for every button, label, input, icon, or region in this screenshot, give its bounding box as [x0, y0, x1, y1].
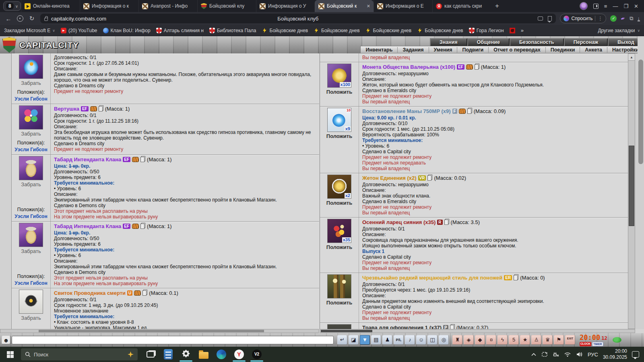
back-button[interactable]: ← [4, 15, 13, 22]
other-bookmarks-button[interactable]: Другие закладки ∨ [598, 28, 640, 33]
smiles-button[interactable]: ☺ [416, 335, 426, 345]
clan-button[interactable]: ♛ [543, 335, 553, 345]
kebab-menu-icon[interactable]: ⋮ [595, 16, 603, 21]
character-button[interactable]: ♙ [531, 335, 541, 345]
item-title[interactable]: Табард Интенданта Клана [54, 223, 121, 229]
scrollbar-thumb[interactable] [39, 330, 264, 332]
take-button[interactable]: Забрать [21, 80, 41, 86]
lock-icon[interactable] [44, 18, 48, 21]
copy-info-icon[interactable] [140, 157, 144, 162]
taskbar-search[interactable]: Поиск [21, 348, 138, 360]
tab-close-icon[interactable]: ✕ [367, 4, 370, 9]
clock-badge[interactable]: CLOCK [580, 342, 591, 346]
nav-sub-item[interactable]: Умения [429, 47, 458, 53]
taskbar-clock[interactable]: 20:00 30.09.2025 [603, 348, 627, 360]
exit-button[interactable]: EXIT [565, 335, 575, 345]
travel-compass-button[interactable]: ◈ [464, 335, 474, 345]
pinwheel-item-icon[interactable] [19, 105, 43, 130]
nav-sub-item[interactable]: Инвентарь [361, 47, 398, 53]
bookmark-item[interactable]: Бойцовские днев [365, 28, 412, 33]
item-title[interactable]: Свиток Проводника смерти [54, 290, 126, 296]
window-restore-button[interactable]: ❐ [623, 3, 628, 9]
scrollbar-thumb[interactable] [638, 60, 643, 164]
tab-group-chip[interactable]: 8 ∨ [3, 1, 21, 11]
browser-tab[interactable]: Avanpost - Инфо [138, 0, 197, 12]
chat-eraser-button[interactable]: ◪ [349, 335, 359, 345]
put-button[interactable]: Положить [326, 200, 352, 206]
tray-chevron-up-icon[interactable] [531, 352, 537, 356]
chat-save-button[interactable]: ▤ [371, 335, 381, 345]
item-title[interactable]: Осенний ларец сияния (x35) [362, 219, 436, 225]
coin-item-icon[interactable]: x100 [327, 64, 351, 88]
window-minimize-button[interactable]: — [613, 3, 618, 9]
collections-icon[interactable]: ⧉ [630, 15, 633, 22]
copy-info-icon[interactable] [142, 290, 147, 296]
events-flag-button[interactable]: ⚑ [554, 335, 564, 345]
pl-toggle-button[interactable]: P/L [394, 335, 404, 345]
edge-taskbar-icon[interactable] [213, 347, 230, 362]
payments-button[interactable]: 5 [509, 335, 519, 345]
owner-link[interactable]: Уэсли Гибсон [14, 147, 47, 152]
tablet-mode-icon[interactable] [541, 352, 548, 357]
nav-sub-item[interactable]: Отчет о переводах [489, 47, 546, 53]
owner-link[interactable]: Уэсли Гибсон [14, 214, 47, 219]
volume-icon[interactable] [576, 352, 583, 357]
nav-sub-item[interactable]: Подвиги [457, 47, 489, 53]
left-horizontal-scrollbar[interactable] [0, 329, 319, 333]
copy-info-icon[interactable] [444, 220, 448, 225]
nav-top-item[interactable]: Знания [430, 38, 467, 46]
calculator-taskbar-icon[interactable] [159, 347, 177, 362]
power-plug-icon[interactable] [553, 352, 559, 357]
new-tab-button[interactable]: + [491, 2, 503, 10]
inventory-scrollbar[interactable]: ▲ [628, 53, 635, 329]
item-title[interactable]: Табард Интенданта Клана [54, 156, 121, 162]
refresh-button[interactable]: ↻ [27, 15, 36, 22]
scrollbar-thumb[interactable] [321, 330, 372, 332]
energy-button[interactable]: ϟ [497, 335, 508, 345]
feather-icon[interactable]: ✒ [620, 14, 626, 22]
nav-sub-item[interactable]: Анкета [580, 47, 607, 53]
put-button[interactable]: Положить [326, 133, 352, 139]
bookmark-flag-icon[interactable] [548, 16, 552, 21]
achievements-button[interactable]: ★ [520, 335, 530, 345]
chest-item-icon[interactable]: x35 [327, 219, 351, 243]
chat-input[interactable] [12, 336, 334, 344]
aquarium-item-icon[interactable] [19, 55, 43, 79]
tabs-sync-icon[interactable] [17, 15, 23, 22]
location-button[interactable]: ◎ [439, 335, 449, 345]
wifi-icon[interactable] [564, 352, 571, 357]
task-view-taskbar-icon[interactable] [142, 347, 159, 362]
item-title[interactable]: Восстановление Маны 750МР (x9) [362, 108, 451, 114]
token-item-icon[interactable]: x2 [327, 175, 351, 199]
browser-tab[interactable]: Информация о Е [374, 0, 432, 12]
browser-tab[interactable]: Онлайн-кинотеа [21, 0, 80, 12]
item-title[interactable]: Монета Общества Валерьяна (x100) [362, 64, 455, 70]
settings-taskbar-icon[interactable] [177, 347, 195, 362]
put-button[interactable]: Положить [326, 244, 352, 250]
reader-mode-icon[interactable] [538, 16, 543, 21]
item-title[interactable]: Чрезвычайно редкий мерцающий стиль для п… [362, 275, 502, 281]
bookmark-item[interactable]: Бойцовские днев [262, 28, 308, 33]
nav-top-item[interactable]: Безопасность [510, 38, 564, 46]
file-explorer-taskbar-icon[interactable] [195, 347, 213, 362]
tiger-icon[interactable] [132, 157, 139, 162]
page-url[interactable]: capitalcity.combats.com [51, 16, 106, 22]
url-field[interactable]: capitalcity.combats.com Бойцовский клуб [40, 14, 556, 23]
take-button[interactable]: Забрать [21, 181, 41, 187]
nav-top-item[interactable]: Персонаж [564, 38, 608, 46]
ask-ai-button[interactable]: Спросить ⋮ [560, 14, 607, 23]
money-bag-button[interactable]: ◆ [475, 335, 485, 345]
protect-shield-icon[interactable]: ✓ [610, 15, 617, 22]
put-button[interactable]: Положить [326, 300, 352, 306]
v2-app-taskbar-icon[interactable]: V2 [248, 347, 266, 362]
bookmarks-panel-icon[interactable] [593, 4, 599, 9]
bookmarks-overflow-button[interactable]: » [521, 27, 524, 33]
browser-tab[interactable]: Бойцовский к✕ [315, 0, 374, 12]
page-scrollbar[interactable] [638, 36, 644, 329]
tabard-item-icon[interactable] [19, 223, 43, 247]
scroll-item-icon[interactable] [19, 290, 43, 314]
chat-filter-button[interactable]: ▼ [360, 335, 370, 345]
copy-info-icon[interactable] [427, 175, 431, 181]
bookmarks-folder[interactable]: Закладки Microsoft E ∨ [4, 28, 55, 33]
bookmark-item[interactable]: ▶(20) YouTube [61, 28, 97, 33]
